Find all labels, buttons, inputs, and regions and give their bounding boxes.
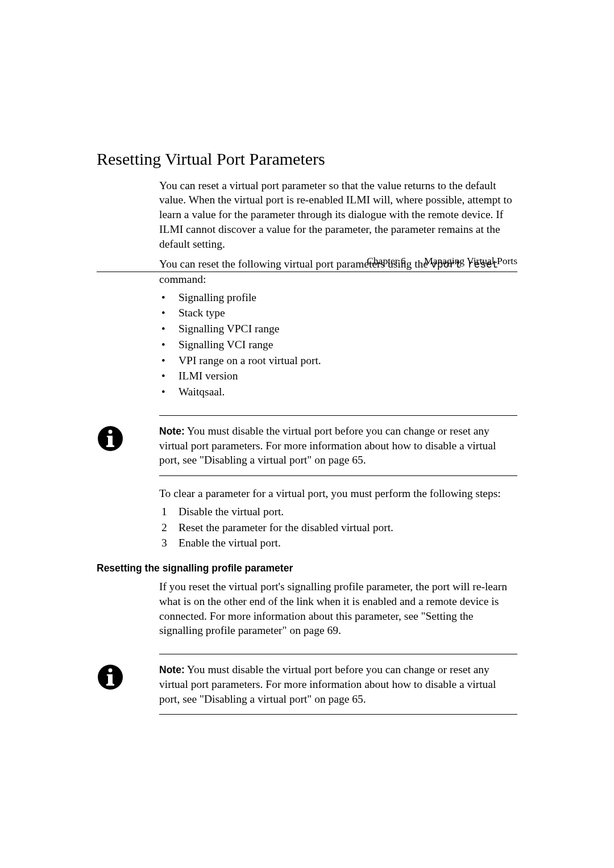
- list-item: VPI range on a root virtual port.: [159, 353, 517, 368]
- svg-point-3: [109, 669, 113, 673]
- parameter-list: Signalling profile Stack type Signalling…: [159, 290, 517, 399]
- note-block-1: Note: You must disable the virtual port …: [97, 415, 517, 476]
- body-block: You can reset a virtual port parameter s…: [159, 178, 517, 399]
- profile-paragraph: If you reset the virtual port's signalli…: [159, 579, 517, 638]
- chapter-label: Chapter 6: [367, 255, 406, 266]
- note-body: You must disable the virtual port before…: [159, 663, 496, 704]
- heading-2: Resetting the signalling profile paramet…: [97, 562, 517, 575]
- profile-block: If you reset the virtual port's signalli…: [159, 579, 517, 638]
- info-icon: [97, 425, 124, 452]
- note-text: Note: You must disable the virtual port …: [159, 662, 517, 706]
- list-item: Disable the virtual port.: [159, 504, 517, 519]
- note-icon-wrap: [97, 662, 159, 691]
- header-rule: [97, 272, 517, 272]
- list-item: Signalling profile: [159, 290, 517, 305]
- list-item: ILMI version: [159, 369, 517, 383]
- note-rule-bottom: [159, 475, 517, 476]
- note-rule-bottom: [159, 714, 517, 715]
- list-item: Signalling VPCI range: [159, 322, 517, 336]
- chapter-title: Managing Virtual Ports: [424, 255, 517, 266]
- list-item: Enable the virtual port.: [159, 536, 517, 550]
- list-item: Waitqsaal.: [159, 385, 517, 399]
- list-item: Stack type: [159, 306, 517, 320]
- note-icon-wrap: [97, 424, 159, 452]
- steps-block: To clear a parameter for a virtual port,…: [159, 486, 517, 550]
- note-text: Note: You must disable the virtual port …: [159, 424, 517, 468]
- note-block-2: Note: You must disable the virtual port …: [97, 654, 517, 715]
- steps-list: Disable the virtual port. Reset the para…: [159, 504, 517, 550]
- page: Chapter 6 Managing Virtual Ports Resetti…: [0, 148, 614, 868]
- note-row: Note: You must disable the virtual port …: [97, 654, 517, 714]
- note-body: You must disable the virtual port before…: [159, 425, 496, 466]
- heading-1: Resetting Virtual Port Parameters: [97, 148, 517, 170]
- running-header: Chapter 6 Managing Virtual Ports: [367, 254, 517, 268]
- note-label: Note:: [159, 664, 185, 675]
- intro2-tail: command:: [159, 273, 206, 285]
- note-row: Note: You must disable the virtual port …: [97, 416, 517, 475]
- info-icon: [97, 663, 124, 691]
- list-item: Signalling VCI range: [159, 337, 517, 352]
- note-label: Note:: [159, 425, 185, 437]
- steps-lead: To clear a parameter for a virtual port,…: [159, 486, 517, 501]
- intro-paragraph-1: You can reset a virtual port parameter s…: [159, 178, 517, 252]
- list-item: Reset the parameter for the disabled vir…: [159, 520, 517, 535]
- svg-point-1: [109, 429, 113, 433]
